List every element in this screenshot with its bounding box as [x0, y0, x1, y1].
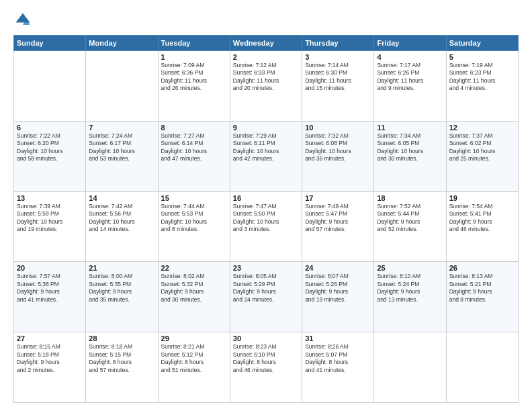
day-info: Sunrise: 7:22 AM Sunset: 6:20 PM Dayligh… — [17, 132, 83, 163]
day-info: Sunrise: 8:02 AM Sunset: 5:32 PM Dayligh… — [161, 273, 227, 304]
day-info: Sunrise: 7:57 AM Sunset: 5:38 PM Dayligh… — [17, 273, 83, 304]
calendar-cell: 4Sunrise: 7:17 AM Sunset: 6:26 PM Daylig… — [374, 51, 446, 122]
logo — [13, 11, 36, 30]
day-info: Sunrise: 7:34 AM Sunset: 6:05 PM Dayligh… — [377, 132, 443, 163]
day-number: 7 — [89, 124, 154, 132]
day-info: Sunrise: 7:12 AM Sunset: 6:33 PM Dayligh… — [233, 62, 299, 93]
weekday-header-saturday: Saturday — [446, 36, 518, 51]
day-info: Sunrise: 8:26 AM Sunset: 5:07 PM Dayligh… — [305, 343, 371, 374]
day-info: Sunrise: 7:19 AM Sunset: 6:23 PM Dayligh… — [449, 62, 515, 93]
day-info: Sunrise: 7:47 AM Sunset: 5:50 PM Dayligh… — [233, 203, 299, 234]
calendar-cell: 1Sunrise: 7:09 AM Sunset: 6:36 PM Daylig… — [158, 51, 230, 122]
calendar-cell: 14Sunrise: 7:42 AM Sunset: 5:56 PM Dayli… — [86, 191, 158, 262]
day-info: Sunrise: 7:39 AM Sunset: 5:59 PM Dayligh… — [17, 203, 83, 234]
day-number: 23 — [233, 264, 299, 272]
day-number: 29 — [161, 334, 227, 342]
calendar-cell: 9Sunrise: 7:29 AM Sunset: 6:11 PM Daylig… — [230, 121, 302, 191]
calendar-cell — [446, 332, 518, 403]
day-number: 25 — [377, 264, 443, 272]
calendar-cell: 22Sunrise: 8:02 AM Sunset: 5:32 PM Dayli… — [158, 262, 230, 332]
calendar-cell: 16Sunrise: 7:47 AM Sunset: 5:50 PM Dayli… — [230, 191, 302, 262]
day-number: 31 — [305, 334, 371, 342]
day-info: Sunrise: 7:14 AM Sunset: 6:30 PM Dayligh… — [305, 62, 371, 93]
day-number: 22 — [161, 264, 227, 272]
calendar-cell: 11Sunrise: 7:34 AM Sunset: 6:05 PM Dayli… — [374, 121, 446, 191]
header — [13, 11, 519, 30]
day-number: 12 — [449, 124, 515, 132]
day-number: 19 — [449, 194, 515, 202]
calendar-cell: 26Sunrise: 8:13 AM Sunset: 5:21 PM Dayli… — [446, 262, 518, 332]
day-info: Sunrise: 7:09 AM Sunset: 6:36 PM Dayligh… — [161, 62, 227, 93]
day-info: Sunrise: 8:00 AM Sunset: 5:35 PM Dayligh… — [89, 273, 154, 304]
day-info: Sunrise: 7:52 AM Sunset: 5:44 PM Dayligh… — [377, 203, 443, 234]
day-number: 18 — [377, 194, 443, 202]
day-number: 13 — [17, 194, 83, 202]
calendar-week-1: 1Sunrise: 7:09 AM Sunset: 6:36 PM Daylig… — [14, 51, 519, 122]
calendar-cell: 24Sunrise: 8:07 AM Sunset: 5:26 PM Dayli… — [302, 262, 374, 332]
day-number: 28 — [89, 334, 154, 342]
day-info: Sunrise: 7:24 AM Sunset: 6:17 PM Dayligh… — [89, 132, 154, 163]
calendar-week-4: 20Sunrise: 7:57 AM Sunset: 5:38 PM Dayli… — [14, 262, 519, 332]
calendar-cell: 15Sunrise: 7:44 AM Sunset: 5:53 PM Dayli… — [158, 191, 230, 262]
day-number: 5 — [449, 53, 515, 61]
calendar-cell: 8Sunrise: 7:27 AM Sunset: 6:14 PM Daylig… — [158, 121, 230, 191]
calendar-cell: 13Sunrise: 7:39 AM Sunset: 5:59 PM Dayli… — [14, 191, 86, 262]
weekday-header-tuesday: Tuesday — [158, 36, 230, 51]
calendar-cell: 28Sunrise: 8:18 AM Sunset: 5:15 PM Dayli… — [86, 332, 158, 403]
day-info: Sunrise: 7:42 AM Sunset: 5:56 PM Dayligh… — [89, 203, 154, 234]
day-info: Sunrise: 7:44 AM Sunset: 5:53 PM Dayligh… — [161, 203, 227, 234]
calendar-cell: 29Sunrise: 8:21 AM Sunset: 5:12 PM Dayli… — [158, 332, 230, 403]
day-info: Sunrise: 7:54 AM Sunset: 5:41 PM Dayligh… — [449, 203, 515, 234]
calendar-week-2: 6Sunrise: 7:22 AM Sunset: 6:20 PM Daylig… — [14, 121, 519, 191]
day-info: Sunrise: 8:23 AM Sunset: 5:10 PM Dayligh… — [233, 343, 299, 374]
logo-icon — [13, 11, 32, 30]
weekday-header-thursday: Thursday — [302, 36, 374, 51]
day-number: 14 — [89, 194, 154, 202]
weekday-header-wednesday: Wednesday — [230, 36, 302, 51]
calendar-week-3: 13Sunrise: 7:39 AM Sunset: 5:59 PM Dayli… — [14, 191, 519, 262]
day-info: Sunrise: 8:10 AM Sunset: 5:24 PM Dayligh… — [377, 273, 443, 304]
day-number: 15 — [161, 194, 227, 202]
day-number: 4 — [377, 53, 443, 61]
day-info: Sunrise: 7:17 AM Sunset: 6:26 PM Dayligh… — [377, 62, 443, 93]
weekday-header-row: SundayMondayTuesdayWednesdayThursdayFrid… — [14, 36, 519, 51]
day-info: Sunrise: 7:37 AM Sunset: 6:02 PM Dayligh… — [449, 132, 515, 163]
calendar-cell — [86, 51, 158, 122]
day-info: Sunrise: 8:07 AM Sunset: 5:26 PM Dayligh… — [305, 273, 371, 304]
calendar-cell: 25Sunrise: 8:10 AM Sunset: 5:24 PM Dayli… — [374, 262, 446, 332]
day-info: Sunrise: 7:27 AM Sunset: 6:14 PM Dayligh… — [161, 132, 227, 163]
calendar-cell: 19Sunrise: 7:54 AM Sunset: 5:41 PM Dayli… — [446, 191, 518, 262]
day-number: 20 — [17, 264, 83, 272]
calendar-cell: 21Sunrise: 8:00 AM Sunset: 5:35 PM Dayli… — [86, 262, 158, 332]
calendar-cell: 30Sunrise: 8:23 AM Sunset: 5:10 PM Dayli… — [230, 332, 302, 403]
weekday-header-sunday: Sunday — [14, 36, 86, 51]
page: SundayMondayTuesdayWednesdayThursdayFrid… — [0, 0, 532, 411]
calendar-week-5: 27Sunrise: 8:15 AM Sunset: 5:18 PM Dayli… — [14, 332, 519, 403]
calendar-cell: 20Sunrise: 7:57 AM Sunset: 5:38 PM Dayli… — [14, 262, 86, 332]
day-number: 21 — [89, 264, 154, 272]
day-info: Sunrise: 8:13 AM Sunset: 5:21 PM Dayligh… — [449, 273, 515, 304]
calendar-cell: 23Sunrise: 8:05 AM Sunset: 5:29 PM Dayli… — [230, 262, 302, 332]
day-number: 9 — [233, 124, 299, 132]
day-info: Sunrise: 8:18 AM Sunset: 5:15 PM Dayligh… — [89, 343, 154, 374]
day-info: Sunrise: 7:29 AM Sunset: 6:11 PM Dayligh… — [233, 132, 299, 163]
day-number: 2 — [233, 53, 299, 61]
day-info: Sunrise: 7:32 AM Sunset: 6:08 PM Dayligh… — [305, 132, 371, 163]
calendar-table: SundayMondayTuesdayWednesdayThursdayFrid… — [13, 35, 519, 403]
calendar-cell — [374, 332, 446, 403]
day-info: Sunrise: 8:05 AM Sunset: 5:29 PM Dayligh… — [233, 273, 299, 304]
calendar-cell: 2Sunrise: 7:12 AM Sunset: 6:33 PM Daylig… — [230, 51, 302, 122]
day-info: Sunrise: 8:15 AM Sunset: 5:18 PM Dayligh… — [17, 343, 83, 374]
weekday-header-monday: Monday — [86, 36, 158, 51]
day-number: 24 — [305, 264, 371, 272]
calendar-cell — [14, 51, 86, 122]
calendar-cell: 5Sunrise: 7:19 AM Sunset: 6:23 PM Daylig… — [446, 51, 518, 122]
day-number: 3 — [305, 53, 371, 61]
calendar-cell: 27Sunrise: 8:15 AM Sunset: 5:18 PM Dayli… — [14, 332, 86, 403]
calendar-cell: 7Sunrise: 7:24 AM Sunset: 6:17 PM Daylig… — [86, 121, 158, 191]
day-number: 8 — [161, 124, 227, 132]
calendar-cell: 10Sunrise: 7:32 AM Sunset: 6:08 PM Dayli… — [302, 121, 374, 191]
calendar-cell: 3Sunrise: 7:14 AM Sunset: 6:30 PM Daylig… — [302, 51, 374, 122]
day-number: 6 — [17, 124, 83, 132]
day-number: 10 — [305, 124, 371, 132]
